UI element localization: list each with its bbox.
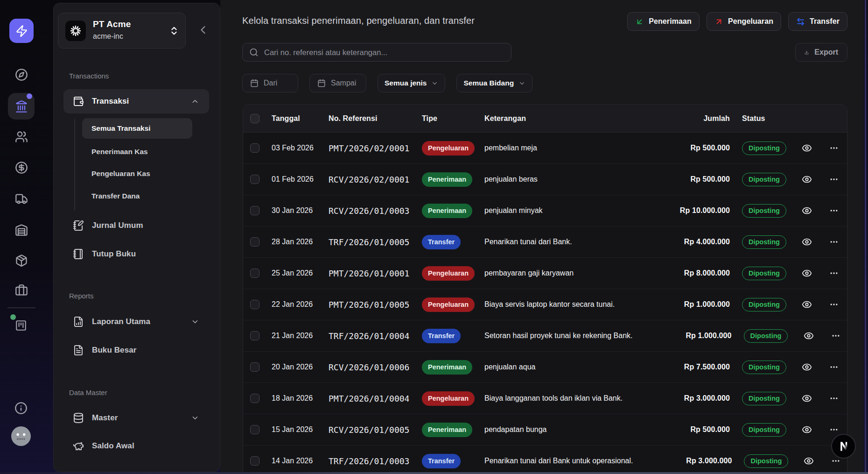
date-from-picker[interactable]: Dari <box>242 74 298 92</box>
row-menu-button[interactable] <box>821 300 847 309</box>
row-checkbox[interactable] <box>250 143 259 153</box>
table-row[interactable]: 03 Feb 2026 PMT/2026/02/0001 Pengeluaran… <box>243 133 847 164</box>
cell-amount: Rp 500.000 <box>637 425 730 434</box>
table-row[interactable]: 22 Jan 2026 PMT/2026/01/0005 Pengeluaran… <box>243 289 847 320</box>
row-menu-button[interactable] <box>821 206 847 215</box>
export-button[interactable]: Export <box>795 43 847 62</box>
app-logo[interactable] <box>9 19 34 43</box>
row-menu-button[interactable] <box>821 269 847 278</box>
row-menu-button[interactable] <box>821 425 847 434</box>
status-badge: Diposting <box>742 235 786 249</box>
cell-date: 18 Jan 2026 <box>272 394 329 403</box>
calendar-icon <box>317 79 326 87</box>
type-badge: Penerimaan <box>422 172 472 187</box>
row-checkbox[interactable] <box>250 425 259 434</box>
view-row-button[interactable] <box>795 331 823 341</box>
horizontal-scrollbar[interactable] <box>0 472 868 474</box>
rail-item-projects[interactable] <box>15 319 27 332</box>
bidang-select[interactable]: Semua Bidang <box>456 74 532 92</box>
view-row-button[interactable] <box>793 424 821 435</box>
row-menu-button[interactable] <box>821 362 847 372</box>
sidebar-item-pengeluaran-kas[interactable]: Pengeluaran Kas <box>82 163 192 184</box>
cell-description: pembayaran gaji karyawan <box>484 269 637 277</box>
table-row[interactable]: 18 Jan 2026 PMT/2026/01/0004 Pengeluaran… <box>243 383 847 414</box>
view-row-button[interactable] <box>793 143 821 153</box>
ellipsis-icon <box>829 300 839 309</box>
sidebar-item-transfer-dana[interactable]: Transfer Dana <box>82 186 192 206</box>
row-checkbox[interactable] <box>250 175 259 184</box>
sidebar-item-laporan-utama[interactable]: Laporan Utama <box>63 311 209 333</box>
table-row[interactable]: 20 Jan 2026 RCV/2026/01/0006 Penerimaan … <box>243 352 847 383</box>
row-checkbox[interactable] <box>250 456 259 466</box>
view-row-button[interactable] <box>793 174 821 184</box>
rail-item-warehouse[interactable] <box>15 223 28 236</box>
row-menu-button[interactable] <box>821 394 847 403</box>
rail-item-products[interactable] <box>15 254 28 267</box>
type-badge: Transfer <box>422 329 461 343</box>
sidebar-item-tutup-buku[interactable]: Tutup Buku <box>63 243 209 265</box>
row-menu-button[interactable] <box>821 237 847 247</box>
sidebar-item-buku-besar[interactable]: Buku Besar <box>63 339 209 361</box>
table-row[interactable]: 01 Feb 2026 RCV/2026/02/0001 Penerimaan … <box>243 164 847 195</box>
sidebar-item-saldo-awal[interactable]: Saldo Awal <box>63 435 209 457</box>
view-row-button[interactable] <box>793 205 821 216</box>
penerimaan-button[interactable]: Penerimaan <box>627 12 700 31</box>
row-checkbox[interactable] <box>250 331 259 340</box>
sidebar-item-penerimaan-kas[interactable]: Penerimaan Kas <box>82 141 192 162</box>
sidebar-collapse-button[interactable] <box>196 23 210 36</box>
sidebar-item-master[interactable]: Master <box>63 407 209 429</box>
view-row-button[interactable] <box>793 393 821 403</box>
search-input[interactable] <box>264 48 504 57</box>
filter-bar: Dari Sampai Semua jenis Semua Bidang <box>242 74 532 92</box>
scrollbar-thumb[interactable] <box>865 0 866 472</box>
view-row-button[interactable] <box>793 299 821 310</box>
row-menu-button[interactable] <box>821 143 847 153</box>
transfer-button[interactable]: Transfer <box>788 12 847 31</box>
table-row[interactable]: 28 Jan 2026 TRF/2026/01/0005 Transfer Pe… <box>243 226 847 258</box>
eye-icon <box>802 362 812 372</box>
view-row-button[interactable] <box>793 268 821 278</box>
pengeluaran-button[interactable]: Pengeluaran <box>707 12 781 31</box>
row-checkbox[interactable] <box>250 269 259 278</box>
view-row-button[interactable] <box>795 456 823 466</box>
user-avatar[interactable] <box>11 426 31 446</box>
cell-reference: RCV/2026/01/0006 <box>329 362 422 372</box>
row-menu-button[interactable] <box>823 331 847 340</box>
rail-item-dashboard[interactable] <box>15 68 28 81</box>
sidebar: PT Acme acme-inc Transactions Transaksi … <box>53 3 220 472</box>
row-menu-button[interactable] <box>821 175 847 184</box>
rail-item-info[interactable] <box>14 402 28 415</box>
vertical-scrollbar[interactable] <box>864 0 868 472</box>
type-badge: Transfer <box>422 235 461 249</box>
row-checkbox[interactable] <box>250 206 259 215</box>
date-to-picker[interactable]: Sampai <box>309 74 366 92</box>
table-row[interactable]: 21 Jan 2026 TRF/2026/01/0004 Transfer Se… <box>243 320 847 352</box>
cell-description: penjualan beras <box>484 175 637 184</box>
row-checkbox[interactable] <box>250 300 259 309</box>
compass-icon <box>15 68 28 81</box>
chevron-down-icon <box>191 318 199 326</box>
table-row[interactable]: 30 Jan 2026 RCV/2026/01/0003 Penerimaan … <box>243 195 847 226</box>
sidebar-item-semua-transaksi[interactable]: Semua Transaksi <box>82 118 192 139</box>
view-row-button[interactable] <box>793 237 821 247</box>
sidebar-item-transaksi[interactable]: Transaksi <box>63 89 209 113</box>
table-row[interactable]: 25 Jan 2026 PMT/2026/01/0001 Pengeluaran… <box>243 258 847 289</box>
row-checkbox[interactable] <box>250 362 259 372</box>
rail-item-contacts[interactable] <box>15 130 28 143</box>
select-all-checkbox[interactable] <box>250 114 259 123</box>
company-selector[interactable]: PT Acme acme-inc <box>58 13 186 49</box>
nextjs-devtools-button[interactable] <box>831 434 856 459</box>
cell-reference: TRF/2026/01/0004 <box>329 331 422 341</box>
rail-item-assets[interactable] <box>15 284 28 297</box>
rail-item-accounting[interactable] <box>8 93 35 120</box>
row-checkbox[interactable] <box>250 237 259 247</box>
rail-item-purchases[interactable] <box>15 192 28 205</box>
table-row[interactable]: 15 Jan 2026 RCV/2026/01/0005 Penerimaan … <box>243 414 847 446</box>
table-row[interactable]: 14 Jan 2026 TRF/2026/01/0003 Transfer Pe… <box>243 446 847 472</box>
row-checkbox[interactable] <box>250 394 259 403</box>
icon-rail <box>0 0 53 472</box>
type-select[interactable]: Semua jenis <box>378 74 445 92</box>
sidebar-item-jurnal-umum[interactable]: Jurnal Umum <box>63 214 209 237</box>
rail-item-sales[interactable] <box>15 161 28 174</box>
view-row-button[interactable] <box>793 362 821 372</box>
